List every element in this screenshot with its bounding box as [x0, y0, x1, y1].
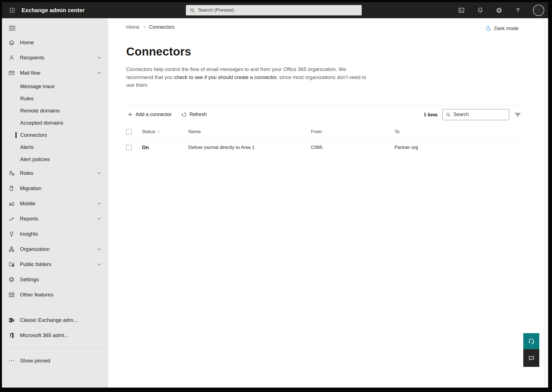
global-search-box[interactable]	[186, 5, 362, 15]
column-header-name[interactable]: Name	[188, 129, 311, 135]
svg-text:E: E	[9, 318, 11, 322]
global-search-input[interactable]	[198, 7, 358, 13]
support-help-button[interactable]	[523, 333, 539, 349]
sidebar-item-mobile[interactable]: Mobile	[2, 196, 108, 211]
list-toolbar: Add a connector Refresh 1 item	[126, 106, 522, 124]
search-icon	[445, 112, 451, 117]
settings-gear-icon[interactable]	[495, 7, 503, 14]
refresh-icon	[181, 112, 187, 117]
sidebar-item-microsoft-365-admin[interactable]: Microsoft 365 admi...	[2, 328, 108, 343]
cell-name[interactable]: Deliver journal directly to Area 1	[188, 145, 311, 150]
floating-action-buttons	[523, 333, 539, 367]
sidebar-item-alerts[interactable]: Alerts	[2, 141, 108, 153]
chevron-down-icon	[97, 247, 102, 251]
cloud-shell-icon[interactable]	[458, 7, 465, 14]
page-title: Connectors	[126, 45, 522, 58]
breadcrumb-current: Connectors	[149, 24, 175, 30]
sidebar-item-accepted-domains[interactable]: Accepted domains	[2, 117, 108, 129]
sidebar-item-classic-exchange-admin[interactable]: E Classic Exchange adm...	[2, 312, 108, 328]
sidebar-item-rules[interactable]: Rules	[2, 93, 108, 105]
sidebar-item-public-folders[interactable]: Public folders	[2, 257, 108, 272]
column-header-to[interactable]: To	[395, 129, 522, 135]
sidebar-item-mail-flow[interactable]: Mail flow	[2, 65, 108, 80]
sidebar-item-migration[interactable]: Migration	[2, 181, 108, 196]
sidebar-item-insights[interactable]: Insights	[2, 226, 108, 241]
sidebar-item-alert-policies[interactable]: Alert policies	[2, 153, 108, 165]
sidebar-divider	[2, 307, 108, 307]
cell-from: O365	[311, 145, 395, 150]
scrollbar-gutter[interactable]	[544, 18, 548, 388]
chevron-down-icon	[97, 171, 102, 175]
sidebar-item-label: Other features	[20, 292, 53, 298]
sidebar-item-home[interactable]: Home	[2, 35, 108, 50]
sidebar-item-label: Settings	[20, 277, 39, 283]
sidebar-item-other-features[interactable]: Other features	[2, 287, 108, 302]
main-content: Home Connectors Dark mode Connectors Con…	[108, 18, 544, 388]
sidebar-item-organization[interactable]: Organization	[2, 241, 108, 257]
sidebar-item-label: Message trace	[20, 83, 55, 90]
sidebar-item-message-trace[interactable]: Message trace	[2, 80, 108, 93]
person-icon	[8, 54, 15, 61]
cell-to: Partner org	[395, 145, 522, 150]
connectors-table: Status ↑ Name From To On Deliver journal…	[126, 125, 522, 156]
sidebar-item-label: Public folders	[20, 261, 51, 267]
plus-icon	[127, 112, 133, 117]
dark-mode-toggle[interactable]: Dark mode	[485, 25, 519, 31]
select-all-checkbox[interactable]	[126, 129, 132, 135]
list-search-box[interactable]	[442, 109, 509, 120]
migration-icon	[8, 185, 15, 192]
breadcrumb-home-link[interactable]: Home	[126, 24, 139, 30]
hamburger-menu-icon[interactable]	[9, 26, 15, 30]
mobile-icon	[8, 200, 15, 207]
headset-icon	[528, 338, 535, 345]
sidebar-item-label: Roles	[20, 170, 33, 176]
sidebar-item-remote-domains[interactable]: Remote domains	[2, 105, 108, 117]
sidebar-item-label: Insights	[20, 231, 38, 237]
sidebar-item-label: Remote domains	[20, 108, 60, 114]
refresh-button[interactable]: Refresh	[180, 110, 208, 119]
notifications-bell-icon[interactable]	[477, 7, 484, 14]
mail-icon	[8, 69, 15, 77]
left-navigation: Home Recipients Mai	[2, 18, 108, 388]
sidebar-item-label: Classic Exchange adm...	[20, 317, 78, 323]
sidebar-item-label: Accepted domains	[20, 120, 63, 126]
sort-ascending-icon: ↑	[157, 129, 160, 134]
sidebar-item-show-pinned[interactable]: Show pinned	[2, 353, 108, 368]
app-launcher-icon[interactable]	[7, 5, 18, 16]
org-chart-icon	[8, 246, 15, 253]
breadcrumb-chevron-icon	[142, 25, 146, 29]
add-connector-label: Add a connector	[136, 112, 172, 117]
filter-icon[interactable]	[514, 111, 522, 119]
sidebar-item-connectors[interactable]: Connectors	[2, 129, 108, 141]
add-connector-button[interactable]: Add a connector	[126, 110, 173, 119]
account-avatar[interactable]	[533, 5, 544, 16]
sidebar-item-recipients[interactable]: Recipients	[2, 50, 108, 65]
column-header-status[interactable]: Status ↑	[142, 129, 188, 135]
chevron-down-icon	[97, 262, 102, 267]
sidebar-item-label: Mail flow	[20, 70, 40, 76]
table-row[interactable]: On Deliver journal directly to Area 1 O3…	[126, 139, 522, 156]
feedback-button[interactable]	[523, 349, 539, 367]
sidebar-item-settings[interactable]: Settings	[2, 272, 108, 287]
list-search-input[interactable]	[453, 112, 506, 117]
help-icon[interactable]: ?	[514, 7, 521, 14]
home-icon	[8, 39, 15, 46]
sidebar-item-roles[interactable]: Roles	[2, 165, 108, 181]
sidebar-item-reports[interactable]: Reports	[2, 211, 108, 226]
sidebar-divider	[2, 348, 108, 348]
row-checkbox[interactable]	[126, 145, 132, 150]
page-description: Connectors help control the flow of emai…	[126, 65, 367, 89]
description-link[interactable]: check to see if you should create a conn…	[174, 74, 276, 80]
exchange-admin-center-window: Exchange admin center	[2, 2, 548, 388]
dark-mode-label: Dark mode	[494, 26, 519, 31]
column-header-from[interactable]: From	[311, 129, 395, 135]
top-app-bar: Exchange admin center	[2, 2, 548, 18]
sidebar-item-label: Alerts	[20, 144, 34, 150]
sidebar-item-label: Home	[20, 40, 34, 46]
sidebar-item-label: Show pinned	[20, 358, 50, 364]
sidebar-item-label: Reports	[20, 216, 38, 222]
gear-icon	[8, 276, 15, 283]
column-header-label: Status	[142, 129, 155, 135]
table-header-row: Status ↑ Name From To	[126, 125, 522, 139]
roles-icon	[8, 170, 15, 177]
